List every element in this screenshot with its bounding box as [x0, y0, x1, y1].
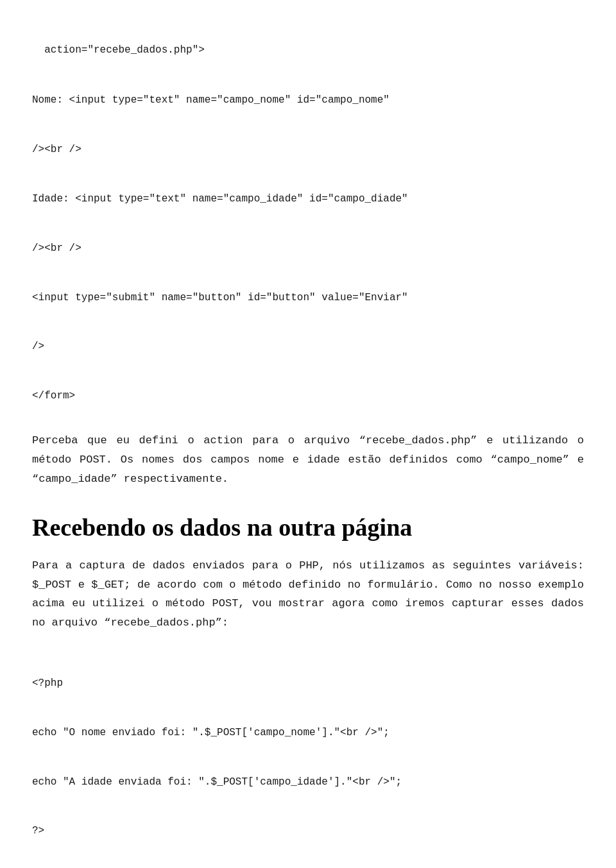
- code-line-php-close: ?>: [32, 823, 584, 840]
- code-line-echo-nome: echo "O nome enviado foi: ".$_POST['camp…: [32, 725, 584, 742]
- code-line-close-form: </form>: [32, 388, 584, 405]
- code-block-1: action="recebe_dados.php">: [32, 26, 584, 58]
- code-line-br1: /><br />: [32, 142, 584, 158]
- code-line: action="recebe_dados.php">: [44, 44, 205, 56]
- code-line-php-open: <?php: [32, 676, 584, 692]
- section-heading: Recebendo os dados na outra página: [32, 512, 584, 543]
- code-block-2: <?php echo "O nome enviado foi: ".$_POST…: [32, 643, 584, 856]
- code-line-br2: /><br />: [32, 241, 584, 257]
- code-line-nome: Nome: <input type="text" name="campo_nom…: [32, 92, 584, 109]
- code-line-close-input: />: [32, 339, 584, 355]
- paragraph-1: Perceba que eu defini o action para o ar…: [32, 431, 584, 488]
- code-line-submit: <input type="submit" name="button" id="b…: [32, 290, 584, 307]
- code-line-idade: Idade: <input type="text" name="campo_id…: [32, 191, 584, 208]
- paragraph-2: Para a captura de dados enviados para o …: [32, 556, 584, 633]
- code-block-form: Nome: <input type="text" name="campo_nom…: [32, 60, 584, 421]
- code-line-echo-idade: echo "A idade enviada foi: ".$_POST['cam…: [32, 774, 584, 791]
